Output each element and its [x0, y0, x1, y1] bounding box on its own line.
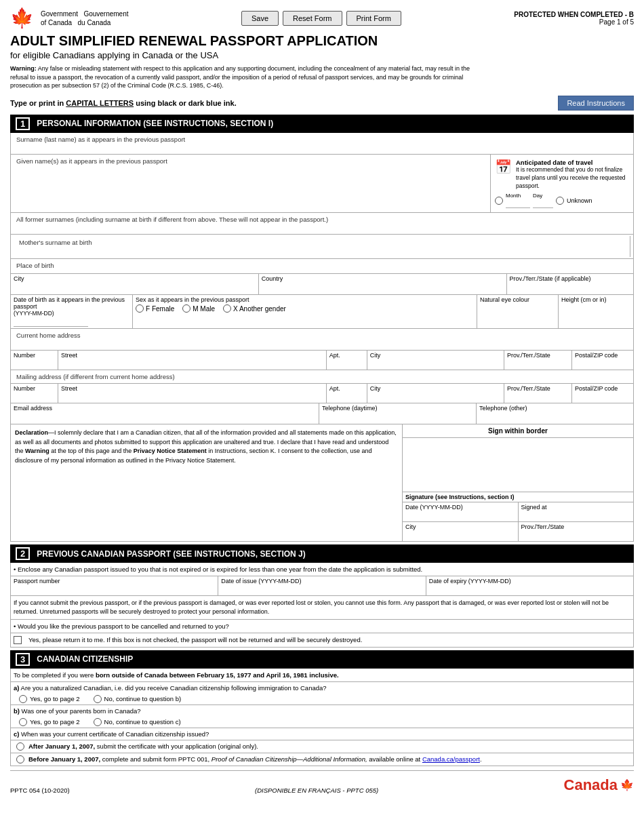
- mail-postal-input[interactable]: [575, 392, 629, 401]
- city-country-row: City Country Prov./Terr./State (if appli…: [11, 274, 633, 295]
- mail-prov-input[interactable]: [507, 392, 567, 401]
- mail-city-input[interactable]: [370, 392, 498, 401]
- mothers-surname-input[interactable]: [16, 247, 615, 256]
- travel-month-input[interactable]: [506, 199, 530, 208]
- sex-other-radio[interactable]: [223, 304, 231, 313]
- pp-issue-label: Date of issue (YYYY-MM-DD): [221, 578, 422, 584]
- travel-unknown-radio[interactable]: [556, 197, 564, 205]
- phone-day-field: Telephone (daytime): [319, 403, 477, 424]
- canada-logo: Canada 🍁: [564, 776, 634, 794]
- prov-label: Prov./Terr./State (if applicable): [510, 275, 630, 282]
- cit-a-yes-radio[interactable]: [19, 695, 27, 703]
- save-button[interactable]: Save: [241, 11, 279, 26]
- email-input[interactable]: [14, 412, 310, 422]
- read-instructions-button[interactable]: Read Instructions: [558, 96, 634, 111]
- mail-number-field: Number: [11, 384, 58, 403]
- country-input[interactable]: [262, 282, 499, 293]
- cit-a-yes-option[interactable]: Yes, go to page 2: [19, 695, 80, 703]
- sex-other-option[interactable]: X Another gender: [223, 304, 286, 313]
- pp-issue-input[interactable]: [221, 584, 418, 594]
- height-input[interactable]: [561, 303, 629, 314]
- postal-input[interactable]: [575, 359, 629, 368]
- cit-c-after-radio[interactable]: [16, 742, 24, 751]
- sign-within-border: Sign within border: [403, 424, 633, 438]
- cit-a-no-radio[interactable]: [94, 695, 102, 703]
- prov-input[interactable]: [510, 282, 628, 293]
- given-name-input[interactable]: [14, 166, 478, 174]
- travel-date-title: Anticipated date of travel: [516, 159, 629, 166]
- number-input[interactable]: [14, 359, 54, 368]
- street-input[interactable]: [61, 359, 318, 368]
- cit-a-label: a): [14, 684, 19, 692]
- sign-city-input[interactable]: [405, 530, 512, 540]
- city2-input[interactable]: [370, 359, 498, 368]
- cit-b-yes-option[interactable]: Yes, go to page 2: [19, 718, 80, 726]
- eye-colour-input[interactable]: [480, 303, 554, 314]
- section2-return-checkbox-row: Yes, please return it to me. If this box…: [11, 633, 633, 647]
- pp-number-label: Passport number: [14, 578, 215, 584]
- sex-male-radio[interactable]: [182, 304, 190, 313]
- reset-button[interactable]: Reset Form: [283, 11, 342, 26]
- cit-b-yes-radio[interactable]: [19, 718, 27, 726]
- travel-date-panel: 📅 Anticipated date of travel It is recom…: [491, 155, 633, 213]
- phone-day-input[interactable]: [322, 412, 470, 422]
- protected-area: PROTECTED WHEN COMPLETED - B Page 1 of 5: [514, 11, 634, 26]
- sex-male-option[interactable]: M Male: [182, 304, 215, 313]
- former-surname-input[interactable]: [14, 224, 475, 233]
- section2-note: If you cannot submit the previous passpo…: [11, 596, 633, 619]
- sex-female-radio[interactable]: [136, 304, 144, 313]
- contact-row: Email address Telephone (daytime) Teleph…: [11, 403, 633, 424]
- cit-c-before-radio[interactable]: [16, 755, 24, 763]
- cit-b-label: b): [14, 707, 20, 715]
- mail-apt-label: Apt.: [329, 385, 364, 392]
- pp-expiry-input[interactable]: [429, 584, 626, 594]
- logo-area: 🍁 Government Gouvernement of Canada du C…: [10, 7, 129, 29]
- travel-day-input[interactable]: [533, 199, 553, 208]
- apt-input[interactable]: [329, 359, 363, 368]
- mail-city-field: City: [367, 384, 504, 403]
- surname-label: Surname (last name) as it appears in the…: [14, 134, 630, 144]
- surname-input[interactable]: [14, 144, 475, 153]
- mailing-address-field: Mailing address (if different from curre…: [11, 370, 633, 384]
- pp-fields-row: Passport number Date of issue (YYYY-MM-D…: [11, 576, 633, 596]
- cit-b-no-option[interactable]: No, continue to question c): [94, 718, 181, 726]
- section3-title: CANADIAN CITIZENSHIP: [37, 654, 133, 664]
- return-passport-checkbox[interactable]: [14, 636, 22, 644]
- address-input[interactable]: [14, 340, 475, 349]
- cit-b-no-radio[interactable]: [94, 718, 102, 726]
- canada-maple-icon: 🍁: [620, 778, 634, 791]
- prov2-input[interactable]: [507, 359, 567, 368]
- street-label: Street: [61, 352, 323, 359]
- cit-b-question: Was one of your parents born in Canada?: [22, 707, 141, 715]
- cit-c-before-end: .: [480, 755, 482, 763]
- print-button[interactable]: Print Form: [346, 11, 401, 26]
- sign-prov-input[interactable]: [521, 530, 628, 540]
- city-input[interactable]: [14, 282, 251, 293]
- travel-month-radio[interactable]: [495, 197, 503, 205]
- signature-area[interactable]: [403, 438, 633, 492]
- sex-label: Sex as it appears in the previous passpo…: [136, 296, 474, 303]
- former-surname-field: All former surnames (including surname a…: [11, 213, 633, 235]
- phone-other-input[interactable]: [479, 412, 628, 422]
- pp-number-input[interactable]: [14, 584, 211, 594]
- number-field: Number: [11, 351, 58, 370]
- eye-colour-field: Natural eye colour: [477, 295, 559, 328]
- mail-street-input[interactable]: [61, 392, 318, 401]
- sign-date-input[interactable]: [405, 511, 512, 520]
- mail-number-input[interactable]: [14, 392, 54, 401]
- mail-apt-input[interactable]: [329, 392, 363, 401]
- maple-leaf-icon: 🍁: [10, 7, 34, 29]
- cit-c-before-text1: complete and submit form PPTC 001,: [100, 755, 212, 763]
- cit-a-no-option[interactable]: No, continue to question b): [94, 695, 182, 703]
- mail-street-label: Street: [61, 385, 323, 392]
- cit-c-before-link[interactable]: Canada.ca/passport: [422, 755, 480, 763]
- declaration-row: Declaration—I solemnly declare that I am…: [11, 424, 633, 541]
- mailing-detail-row: Number Street Apt. City Prov./Terr./Stat…: [11, 384, 633, 403]
- dob-input[interactable]: [14, 318, 88, 327]
- sex-female-option[interactable]: F Female: [136, 304, 174, 313]
- cit-b-no-label: No, continue to question c): [104, 718, 181, 726]
- sign-date-row: Date (YYYY-MM-DD) Signed at: [403, 502, 633, 522]
- declaration-privacy: Privacy Notice Statement: [134, 448, 207, 454]
- gov-fr: Gouvernement: [83, 10, 128, 18]
- page-footer: PPTC 054 (10-2020) (DISPONIBLE EN FRANÇA…: [10, 770, 634, 799]
